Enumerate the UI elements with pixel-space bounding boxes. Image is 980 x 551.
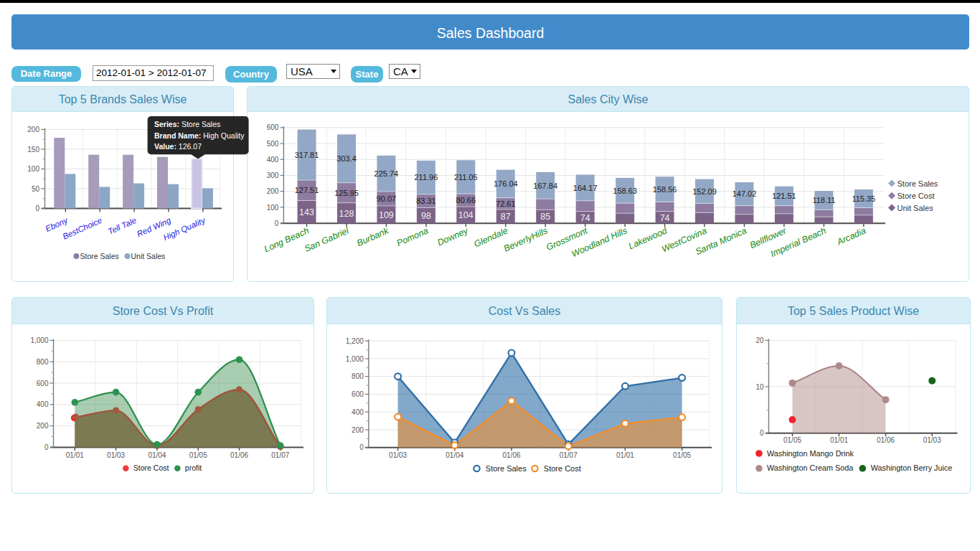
svg-text:Washington Berry Juice: Washington Berry Juice [871, 463, 953, 472]
svg-text:150: 150 [27, 146, 39, 154]
svg-text:01/06: 01/06 [877, 436, 895, 444]
svg-text:01/05: 01/05 [673, 451, 691, 459]
svg-text:83.31: 83.31 [416, 197, 436, 205]
svg-text:115.35: 115.35 [852, 194, 875, 203]
svg-text:Store Cost: Store Cost [133, 463, 169, 472]
svg-text:85: 85 [540, 212, 550, 222]
svg-text:01/04: 01/04 [446, 451, 463, 459]
svg-text:1,000: 1,000 [346, 355, 364, 363]
svg-text:109: 109 [379, 210, 394, 220]
svg-text:Store Sales: Store Sales [486, 464, 527, 473]
svg-text:200: 200 [352, 426, 364, 434]
svg-text:Value: 126.07: Value: 126.07 [154, 142, 202, 151]
svg-text:Store Cost: Store Cost [544, 464, 581, 473]
svg-text:200: 200 [37, 422, 49, 430]
svg-text:127.51: 127.51 [295, 186, 319, 194]
svg-text:Unit Sales: Unit Sales [897, 204, 934, 212]
svg-text:211.96: 211.96 [414, 173, 438, 182]
svg-text:0: 0 [44, 443, 49, 451]
svg-text:50: 50 [32, 185, 40, 193]
svg-text:300: 300 [267, 171, 279, 179]
svg-text:01/05: 01/05 [783, 436, 801, 444]
svg-text:800: 800 [37, 358, 49, 366]
svg-text:317.81: 317.81 [295, 151, 319, 159]
svg-text:Pomona: Pomona [395, 225, 430, 248]
svg-text:0: 0 [359, 443, 364, 451]
svg-text:200: 200 [267, 187, 279, 195]
svg-text:158.56: 158.56 [653, 185, 677, 194]
svg-text:400: 400 [37, 400, 49, 408]
svg-text:74: 74 [660, 213, 670, 223]
svg-text:BeverlyHills: BeverlyHills [502, 225, 549, 253]
svg-text:01/01: 01/01 [830, 436, 848, 444]
svg-text:01/03: 01/03 [107, 451, 125, 459]
svg-text:Store Cost: Store Cost [897, 192, 935, 200]
svg-text:Series: Store Sales: Series: Store Sales [154, 120, 220, 128]
svg-text:400: 400 [352, 408, 364, 416]
svg-text:01/06: 01/06 [230, 451, 248, 459]
svg-text:01/01: 01/01 [66, 451, 84, 459]
svg-text:167.84: 167.84 [533, 182, 557, 190]
svg-text:profit: profit [185, 463, 202, 472]
svg-text:20: 20 [755, 336, 764, 344]
svg-text:Unit Sales: Unit Sales [131, 252, 166, 260]
svg-text:74: 74 [580, 213, 590, 223]
svg-text:0: 0 [275, 220, 279, 227]
svg-text:Brand Name: High Quality: Brand Name: High Quality [154, 131, 245, 140]
svg-text:200: 200 [27, 126, 39, 133]
svg-text:01/07: 01/07 [560, 451, 578, 459]
svg-text:600: 600 [267, 123, 279, 131]
svg-text:01/04: 01/04 [148, 451, 166, 459]
svg-text:Downey: Downey [436, 225, 471, 248]
svg-text:01/01: 01/01 [616, 451, 634, 459]
svg-text:800: 800 [352, 372, 364, 380]
svg-text:Arcadia: Arcadia [835, 225, 867, 247]
svg-text:Store Sales: Store Sales [897, 179, 938, 188]
svg-text:BestChoice: BestChoice [61, 216, 103, 241]
svg-text:600: 600 [37, 380, 49, 387]
svg-text:128: 128 [339, 209, 354, 219]
svg-text:01/03: 01/03 [923, 436, 941, 444]
svg-text:600: 600 [352, 390, 364, 398]
svg-text:Store Sales: Store Sales [80, 252, 119, 260]
svg-text:Burbank: Burbank [355, 225, 390, 248]
svg-text:400: 400 [267, 156, 279, 164]
svg-text:01/05: 01/05 [189, 451, 207, 459]
svg-text:303.4: 303.4 [336, 154, 357, 163]
svg-text:176.04: 176.04 [494, 179, 518, 188]
svg-text:118.11: 118.11 [812, 196, 835, 204]
svg-text:01/06: 01/06 [502, 451, 520, 459]
svg-text:98: 98 [421, 211, 431, 221]
svg-text:Long Beach: Long Beach [263, 225, 311, 254]
svg-text:01/03: 01/03 [389, 451, 407, 459]
svg-text:0: 0 [35, 204, 39, 212]
svg-text:125.95: 125.95 [334, 189, 359, 197]
svg-text:72.61: 72.61 [496, 199, 516, 208]
svg-text:104: 104 [458, 210, 473, 220]
svg-text:500: 500 [267, 140, 279, 148]
svg-text:147.02: 147.02 [732, 189, 757, 198]
svg-text:158.63: 158.63 [613, 187, 637, 195]
svg-text:87: 87 [501, 212, 511, 222]
svg-text:225.74: 225.74 [374, 169, 399, 178]
svg-text:164.17: 164.17 [573, 184, 598, 192]
svg-text:San Gabriel: San Gabriel [303, 225, 351, 254]
svg-text:Washington Cream Soda: Washington Cream Soda [767, 463, 853, 472]
svg-text:90.07: 90.07 [377, 194, 397, 203]
svg-text:Tell Tale: Tell Tale [107, 216, 138, 236]
svg-text:80.66: 80.66 [456, 196, 476, 204]
svg-text:01/07: 01/07 [271, 451, 289, 459]
svg-text:10: 10 [755, 383, 764, 391]
svg-text:100: 100 [27, 165, 39, 173]
svg-text:152.09: 152.09 [692, 187, 717, 196]
svg-text:0: 0 [760, 429, 764, 437]
svg-text:1,200: 1,200 [346, 337, 364, 345]
svg-text:121.51: 121.51 [772, 192, 796, 200]
svg-text:Washington Mango Drink: Washington Mango Drink [767, 449, 854, 458]
svg-text:100: 100 [267, 204, 279, 212]
svg-text:143: 143 [299, 207, 314, 217]
svg-text:1,000: 1,000 [30, 336, 48, 344]
svg-text:211.05: 211.05 [454, 173, 478, 182]
